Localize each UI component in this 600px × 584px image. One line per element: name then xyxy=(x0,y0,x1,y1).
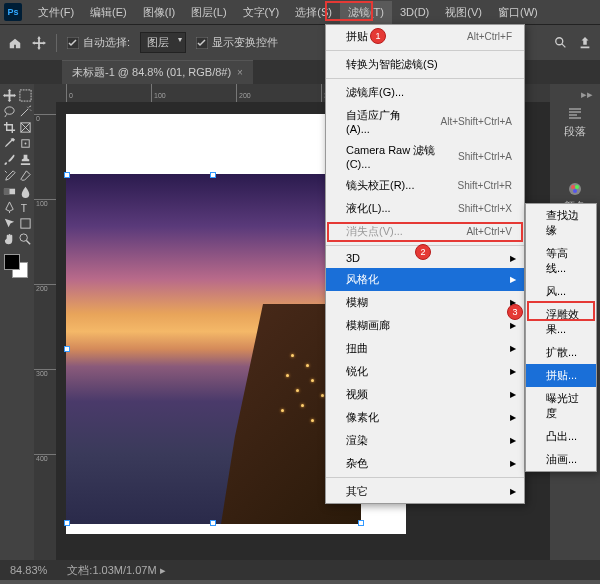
menu-item[interactable]: 拼贴Alt+Ctrl+F xyxy=(326,25,524,48)
show-transform-label: 显示变换控件 xyxy=(212,35,278,50)
menu-filter[interactable]: 滤镜(T) xyxy=(340,1,392,24)
menu-item[interactable]: 等高线... xyxy=(526,242,596,280)
menu-window[interactable]: 窗口(W) xyxy=(490,1,546,24)
fg-color-swatch[interactable] xyxy=(4,254,20,270)
menu-item-label: 凸出... xyxy=(546,429,584,444)
svg-point-6 xyxy=(24,142,26,144)
menu-3d[interactable]: 3D(D) xyxy=(392,2,437,22)
blur-tool[interactable] xyxy=(18,184,32,198)
show-transform-checkbox[interactable]: 显示变换控件 xyxy=(196,35,278,50)
pen-tool[interactable] xyxy=(2,200,16,214)
lasso-tool[interactable] xyxy=(2,104,16,118)
menu-item[interactable]: 模糊画廊 xyxy=(326,314,524,337)
stylize-submenu-dropdown: 查找边缘等高线...风...浮雕效果...扩散...拼贴...曝光过度凸出...… xyxy=(525,203,597,472)
frame-tool[interactable] xyxy=(18,120,32,134)
menu-item[interactable]: 扭曲 xyxy=(326,337,524,360)
menu-item[interactable]: 像素化 xyxy=(326,406,524,429)
auto-select-dropdown[interactable]: 图层 xyxy=(140,32,186,53)
transform-handle[interactable] xyxy=(64,520,70,526)
menu-shortcut: Shift+Ctrl+X xyxy=(458,203,512,214)
path-tool[interactable] xyxy=(2,216,16,230)
eyedropper-tool[interactable] xyxy=(2,136,16,150)
wand-tool[interactable] xyxy=(18,104,32,118)
move-tool[interactable] xyxy=(2,88,16,102)
transform-handle[interactable] xyxy=(64,346,70,352)
menu-layer[interactable]: 图层(L) xyxy=(183,1,234,24)
menu-item[interactable]: 锐化 xyxy=(326,360,524,383)
menu-file[interactable]: 文件(F) xyxy=(30,1,82,24)
menu-item-label: 锐化 xyxy=(346,364,512,379)
history-brush-tool[interactable] xyxy=(2,168,16,182)
separator xyxy=(56,34,57,52)
menu-view[interactable]: 视图(V) xyxy=(437,1,490,24)
close-tab-icon[interactable]: × xyxy=(237,67,243,78)
menu-item[interactable]: Camera Raw 滤镜(C)...Shift+Ctrl+A xyxy=(326,139,524,174)
share-icon[interactable] xyxy=(578,36,592,50)
menu-item[interactable]: 风... xyxy=(526,280,596,303)
search-icon[interactable] xyxy=(554,36,568,50)
menu-select[interactable]: 选择(S) xyxy=(287,1,340,24)
menu-item[interactable]: 渲染 xyxy=(326,429,524,452)
menu-item[interactable]: 消失点(V)...Alt+Ctrl+V xyxy=(326,220,524,243)
color-swatches[interactable] xyxy=(2,254,32,284)
gradient-tool[interactable] xyxy=(2,184,16,198)
menu-item[interactable]: 其它 xyxy=(326,477,524,503)
canvas-image[interactable] xyxy=(66,174,361,524)
panel-collapse-icon[interactable]: ▸▸ xyxy=(553,88,597,100)
menu-item[interactable]: 浮雕效果... xyxy=(526,303,596,341)
brush-tool[interactable] xyxy=(2,152,16,166)
menu-item[interactable]: 风格化 xyxy=(326,268,524,291)
auto-select-checkbox[interactable]: 自动选择: xyxy=(67,35,130,50)
type-tool[interactable]: T xyxy=(18,200,32,214)
crop-tool[interactable] xyxy=(2,120,16,134)
shape-tool[interactable] xyxy=(18,216,32,230)
zoom-value[interactable]: 84.83% xyxy=(10,564,47,576)
menu-item[interactable]: 查找边缘 xyxy=(526,204,596,242)
document-tab-title: 未标题-1 @ 84.8% (01, RGB/8#) xyxy=(72,65,231,80)
marquee-tool[interactable] xyxy=(18,88,32,102)
menu-shortcut: Alt+Shift+Ctrl+A xyxy=(441,116,512,127)
menu-item[interactable]: 滤镜库(G)... xyxy=(326,78,524,104)
transform-handle[interactable] xyxy=(64,172,70,178)
filter-menu-dropdown: 拼贴Alt+Ctrl+F转换为智能滤镜(S)滤镜库(G)...自适应广角(A).… xyxy=(325,24,525,504)
menu-item-label: 视频 xyxy=(346,387,512,402)
menu-shortcut: Shift+Ctrl+A xyxy=(458,151,512,162)
transform-handle[interactable] xyxy=(358,520,364,526)
ruler-h-tick: 0 xyxy=(66,84,73,102)
menu-item[interactable]: 拼贴... xyxy=(526,364,596,387)
menu-edit[interactable]: 编辑(E) xyxy=(82,1,135,24)
menu-item[interactable]: 扩散... xyxy=(526,341,596,364)
hand-tool[interactable] xyxy=(2,232,16,246)
menu-item[interactable]: 自适应广角(A)...Alt+Shift+Ctrl+A xyxy=(326,104,524,139)
heal-tool[interactable] xyxy=(18,136,32,150)
ps-logo: Ps xyxy=(4,3,22,21)
document-tab[interactable]: 未标题-1 @ 84.8% (01, RGB/8#) × xyxy=(62,60,253,84)
menu-item[interactable]: 视频 xyxy=(326,383,524,406)
menu-item[interactable]: 液化(L)...Shift+Ctrl+X xyxy=(326,197,524,220)
transform-handle[interactable] xyxy=(210,172,216,178)
ruler-h-tick: 200 xyxy=(236,84,251,102)
stamp-tool[interactable] xyxy=(18,152,32,166)
menu-item-label: 模糊画廊 xyxy=(346,318,512,333)
panel-paragraph[interactable]: 段落 xyxy=(553,102,597,143)
menu-item[interactable]: 镜头校正(R)...Shift+Ctrl+R xyxy=(326,174,524,197)
menu-shortcut: Alt+Ctrl+V xyxy=(466,226,512,237)
menu-image[interactable]: 图像(I) xyxy=(135,1,183,24)
menu-item[interactable]: 转换为智能滤镜(S) xyxy=(326,50,524,76)
menu-item[interactable]: 油画... xyxy=(526,448,596,471)
menu-type[interactable]: 文字(Y) xyxy=(235,1,288,24)
home-icon[interactable] xyxy=(8,36,22,50)
menu-item[interactable]: 曝光过度 xyxy=(526,387,596,425)
auto-select-label: 自动选择: xyxy=(83,35,130,50)
menu-item-label: 镜头校正(R)... xyxy=(346,178,438,193)
move-tool-icon[interactable] xyxy=(32,36,46,50)
menu-item[interactable]: 杂色 xyxy=(326,452,524,475)
menubar: Ps 文件(F) 编辑(E) 图像(I) 图层(L) 文字(Y) 选择(S) 滤… xyxy=(0,0,600,24)
menu-item[interactable]: 模糊 xyxy=(326,291,524,314)
menu-item[interactable]: 凸出... xyxy=(526,425,596,448)
eraser-tool[interactable] xyxy=(18,168,32,182)
zoom-tool[interactable] xyxy=(18,232,32,246)
transform-handle[interactable] xyxy=(210,520,216,526)
doc-info[interactable]: 文档:1.03M/1.07M ▸ xyxy=(67,563,165,578)
svg-point-13 xyxy=(571,185,575,189)
